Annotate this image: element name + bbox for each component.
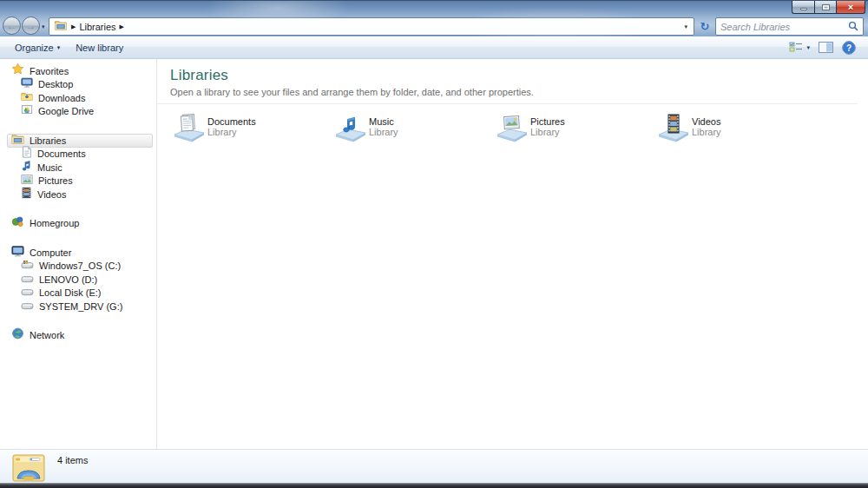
- sidebar-item-label: Documents: [37, 148, 86, 159]
- sidebar-item-documents[interactable]: Documents: [7, 148, 153, 162]
- breadcrumb-item[interactable]: Libraries: [79, 22, 115, 32]
- music-library-icon: [335, 113, 366, 147]
- tile-text: Pictures Library: [530, 113, 565, 137]
- search-input[interactable]: [720, 22, 848, 32]
- navigation-bar: ← → ▾ ▶ Libraries ▶ ▾ ↻: [0, 15, 868, 37]
- page-title: Libraries: [170, 67, 858, 84]
- library-name: Videos: [692, 116, 721, 127]
- sidebar-item-downloads[interactable]: Downloads: [7, 91, 153, 105]
- sidebar-item-libraries[interactable]: Libraries: [7, 134, 153, 148]
- maximize-icon: [822, 4, 830, 10]
- close-icon: ×: [848, 3, 853, 12]
- sidebar-item-homegroup[interactable]: Homegroup: [7, 217, 153, 231]
- tile-text: Videos Library: [692, 113, 721, 137]
- sidebar-gap: [0, 313, 156, 329]
- videos-icon: [21, 187, 32, 202]
- pictures-library-icon: [496, 113, 528, 147]
- breadcrumb-arrow-icon[interactable]: ▶: [120, 23, 124, 30]
- chevron-down-icon: ▾: [57, 44, 61, 51]
- back-button[interactable]: ←: [3, 16, 21, 35]
- content-area: FavoritesDesktopDownloadsGoogle DriveLib…: [0, 59, 868, 449]
- library-tile-videos[interactable]: Videos Library: [658, 113, 819, 147]
- library-type: Library: [692, 127, 721, 137]
- homegroup-icon: [11, 215, 24, 231]
- chevron-down-icon: ▾: [806, 44, 810, 51]
- search-box: [715, 17, 864, 36]
- views-button[interactable]: ▾: [789, 42, 810, 54]
- preview-pane-icon: [819, 42, 833, 53]
- items-header: Libraries Open a library to see your fil…: [157, 59, 858, 104]
- sidebar-item-label: SYSTEM_DRV (G:): [39, 301, 122, 312]
- titlebar: × ← → ▾ ▶ Libraries ▶ ▾ ↻: [0, 0, 868, 36]
- sidebar-item-label: Libraries: [30, 135, 66, 146]
- tile-text: Documents Library: [207, 113, 256, 137]
- address-bar[interactable]: ▶ Libraries ▶ ▾: [49, 17, 694, 36]
- window-controls: ×: [792, 1, 865, 14]
- sidebar-item-label: LENOVO (D:): [39, 274, 97, 285]
- help-button[interactable]: ?: [842, 41, 856, 55]
- library-tile-music[interactable]: Music Library: [335, 113, 496, 147]
- videos-library-icon: [658, 113, 689, 147]
- sidebar-item-desktop[interactable]: Desktop: [7, 78, 153, 92]
- sidebar-item-windows7-os-c[interactable]: Windows7_OS (C:): [7, 260, 153, 274]
- search-icon[interactable]: [848, 19, 858, 35]
- drive-icon: [21, 299, 34, 314]
- items-view: Libraries Open a library to see your fil…: [157, 59, 868, 449]
- library-tile-documents[interactable]: Documents Library: [174, 113, 335, 147]
- libraries-large-icon: [10, 453, 47, 486]
- sidebar-item-google-drive[interactable]: Google Drive: [7, 105, 153, 119]
- sidebar-item-videos[interactable]: Videos: [7, 188, 153, 201]
- library-type: Library: [207, 127, 256, 137]
- library-name: Music: [369, 116, 398, 127]
- library-tiles: Documents Library Music Library Pictures…: [174, 113, 868, 147]
- preview-pane-button[interactable]: [819, 42, 833, 53]
- sidebar-item-label: Computer: [30, 247, 71, 258]
- page-subtitle: Open a library to see your files and arr…: [170, 87, 858, 97]
- forward-button[interactable]: →: [22, 16, 40, 35]
- sidebar-item-local-disk-e[interactable]: Local Disk (E:): [7, 287, 153, 300]
- sidebar-item-lenovo-d[interactable]: LENOVO (D:): [7, 273, 153, 287]
- explorer-window: × ← → ▾ ▶ Libraries ▶ ▾ ↻ Orga: [0, 0, 868, 488]
- refresh-button[interactable]: ↻: [698, 19, 712, 34]
- sidebar-gap: [0, 118, 156, 134]
- close-button[interactable]: ×: [836, 1, 865, 14]
- sidebar-gap: [0, 201, 156, 217]
- svg-text:?: ?: [846, 43, 852, 52]
- sidebar-item-pictures[interactable]: Pictures: [7, 175, 153, 188]
- gdrive-icon: [21, 103, 33, 119]
- network-icon: [11, 327, 24, 343]
- command-toolbar: Organize ▾ New library ▾ ?: [0, 36, 868, 59]
- status-bar: 4 items: [0, 449, 868, 483]
- library-tile-pictures[interactable]: Pictures Library: [496, 113, 658, 147]
- breadcrumb-arrow-icon: ▶: [71, 23, 76, 30]
- maximize-button[interactable]: [814, 1, 836, 14]
- sidebar-item-label: Pictures: [38, 175, 73, 186]
- tile-text: Music Library: [369, 113, 398, 137]
- sidebar-item-label: Google Drive: [38, 106, 94, 116]
- organize-button[interactable]: Organize ▾: [7, 40, 68, 56]
- sidebar-item-system-drv-g[interactable]: SYSTEM_DRV (G:): [7, 300, 153, 313]
- sidebar-item-computer[interactable]: Computer: [7, 246, 153, 260]
- recent-pages-dropdown[interactable]: ▾: [42, 23, 45, 30]
- sidebar-item-label: Network: [30, 330, 64, 340]
- sidebar-item-label: Music: [37, 162, 62, 173]
- sidebar-item-label: Downloads: [38, 93, 85, 103]
- minimize-button[interactable]: [792, 1, 814, 14]
- help-icon: ?: [842, 41, 856, 55]
- window-bottom-edge: [0, 483, 868, 488]
- sidebar-item-label: Windows7_OS (C:): [39, 260, 121, 271]
- new-library-button[interactable]: New library: [68, 40, 131, 56]
- libraries-mini-icon: [52, 19, 68, 35]
- sidebar-item-label: Favorites: [30, 66, 69, 76]
- sidebar-item-music[interactable]: Music: [7, 161, 153, 175]
- sidebar-item-label: Videos: [37, 189, 66, 200]
- library-type: Library: [369, 127, 398, 137]
- navigation-pane: FavoritesDesktopDownloadsGoogle DriveLib…: [0, 59, 157, 449]
- sidebar-item-network[interactable]: Network: [7, 329, 153, 343]
- sidebar-gap: [0, 230, 156, 246]
- sidebar-item-favorites[interactable]: Favorites: [7, 64, 153, 78]
- address-dropdown-icon[interactable]: ▾: [681, 23, 691, 30]
- library-name: Pictures: [530, 116, 565, 127]
- new-library-label: New library: [76, 43, 123, 53]
- documents-library-icon: [174, 113, 205, 147]
